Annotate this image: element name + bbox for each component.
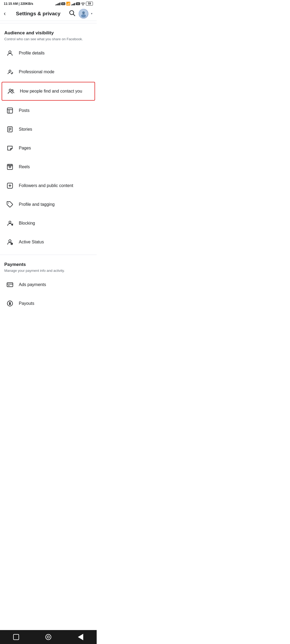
how-find-contact-label: How people find and contact you [20,89,82,94]
svg-rect-34 [7,283,13,287]
audience-section-subtitle: Control who can see what you share on Fa… [4,37,92,42]
section-divider [0,255,97,255]
top-divider [0,23,97,23]
menu-item-followers-public[interactable]: Followers and public content [0,176,97,195]
main-content: Audience and visibility Control who can … [0,23,97,330]
top-bar-actions: ▼ [68,9,93,19]
reels-icon [4,161,16,173]
vo-label-2: Vo [76,2,80,5]
wifi-icon: 📶 [66,2,70,6]
menu-item-ads-payments[interactable]: Ads payments [0,275,97,294]
payments-section-subtitle: Manage your payment info and activity. [4,268,92,273]
profile-tagging-label: Profile and tagging [19,202,55,207]
svg-point-8 [9,70,11,72]
battery-icon: 59 [86,2,93,6]
followers-icon [4,180,16,191]
stories-icon [4,124,16,135]
status-bar: 11:15 AM | 220KB/s Vo 📶 Vo 59 [0,0,97,7]
top-nav-bar: ‹ Settings & privacy ▼ [0,7,97,21]
search-button[interactable] [68,9,75,18]
svg-point-21 [8,165,9,166]
avatar-image [79,9,88,19]
menu-item-posts[interactable]: Posts [0,101,97,120]
svg-point-33 [11,243,12,244]
menu-item-profile-tagging[interactable]: Profile and tagging [0,195,97,214]
svg-point-31 [9,240,11,242]
svg-point-7 [9,51,11,53]
blocking-icon [4,218,16,229]
signal-strength-2-icon [71,2,75,5]
svg-point-22 [9,165,10,166]
svg-line-2 [73,14,75,16]
svg-point-5 [81,14,86,17]
reels-label: Reels [19,164,30,169]
menu-item-pages[interactable]: Pages [0,139,97,158]
battery-level: 59 [88,2,91,5]
menu-item-reels[interactable]: Reels [0,158,97,176]
blocking-label: Blocking [19,221,35,226]
ads-payments-label: Ads payments [19,282,46,287]
search-icon [68,9,75,16]
signal-strength-icon [55,2,60,5]
active-status-icon [4,236,16,248]
status-icons: Vo 📶 Vo 59 [55,2,93,6]
svg-point-0 [83,5,83,5]
followers-public-label: Followers and public content [19,183,73,188]
payments-section-header: Payments Manage your payment info and ac… [0,257,97,274]
pages-label: Pages [19,146,31,151]
audience-section-header: Audience and visibility Control who can … [0,25,97,43]
tagging-icon [4,199,16,210]
find-contact-icon [5,86,17,97]
payouts-label: Payouts [19,301,34,306]
avatar-chevron-icon: ▼ [90,12,93,15]
profile-details-label: Profile details [19,51,45,56]
svg-point-23 [11,165,12,166]
audience-section-title: Audience and visibility [4,30,92,36]
professional-mode-label: Professional mode [19,69,55,74]
svg-point-6 [82,12,85,14]
menu-item-active-status[interactable]: Active Status [0,233,97,251]
pages-icon [4,142,16,154]
active-status-label: Active Status [19,240,44,244]
dollar-icon [4,298,16,309]
posts-icon [4,105,16,116]
page-title: Settings & privacy [8,11,68,17]
menu-item-payouts[interactable]: Payouts [0,294,97,313]
status-time: 11:15 AM | 220KB/s [4,2,33,6]
svg-rect-11 [7,108,13,113]
menu-item-profile-details[interactable]: Profile details [0,44,97,63]
svg-point-28 [9,221,11,223]
menu-item-blocking[interactable]: Blocking [0,214,97,233]
menu-item-how-find-contact[interactable]: How people find and contact you [2,82,95,101]
credit-card-icon [4,279,16,290]
posts-label: Posts [19,108,30,113]
menu-item-professional-mode[interactable]: Professional mode [0,63,97,81]
svg-point-19 [9,166,11,168]
payments-menu-list: Ads payments Payouts [0,274,97,314]
back-button[interactable]: ‹ [4,9,8,18]
audience-menu-list: Profile details Professional mode How pe… [0,43,97,253]
svg-point-10 [12,90,13,91]
avatar-silhouette [79,9,88,18]
wifi-signal-icon [81,2,85,6]
vo-label: Vo [61,2,65,5]
stories-label: Stories [19,127,32,132]
payments-section-title: Payments [4,262,92,267]
person-icon [4,47,16,59]
svg-point-9 [9,89,11,91]
avatar[interactable] [79,9,88,19]
menu-item-stories[interactable]: Stories [0,120,97,139]
professional-icon [4,66,16,78]
